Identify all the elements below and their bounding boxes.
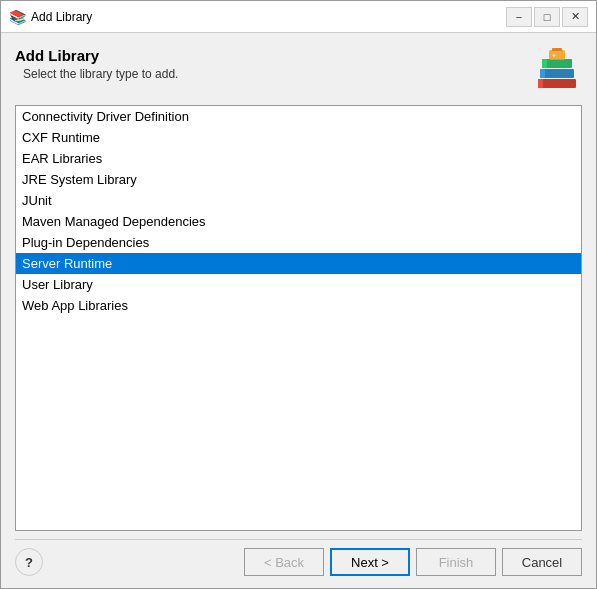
list-item[interactable]: JUnit [16,190,581,211]
back-button[interactable]: < Back [244,548,324,576]
list-item[interactable]: User Library [16,274,581,295]
page-title: Add Library [15,47,524,64]
add-library-window: 📚 Add Library − □ ✕ Add Library Select t… [0,0,597,589]
titlebar: 📚 Add Library − □ ✕ [1,1,596,33]
next-button[interactable]: Next > [330,548,410,576]
header-area: Add Library Select the library type to a… [15,47,582,95]
maximize-button[interactable]: □ [534,7,560,27]
svg-rect-7 [552,48,562,51]
list-item[interactable]: EAR Libraries [16,148,581,169]
header-text: Add Library Select the library type to a… [15,47,524,81]
page-subtitle: Select the library type to add. [15,67,524,81]
list-item[interactable]: JRE System Library [16,169,581,190]
cancel-button[interactable]: Cancel [502,548,582,576]
svg-rect-2 [540,69,574,78]
footer: ? < Back Next > Finish Cancel [15,539,582,580]
window-title: Add Library [31,10,506,24]
svg-text:✦: ✦ [551,52,557,59]
list-item[interactable]: Plug-in Dependencies [16,232,581,253]
minimize-button[interactable]: − [506,7,532,27]
list-item[interactable]: Server Runtime [16,253,581,274]
svg-rect-5 [542,59,547,68]
library-list[interactable]: Connectivity Driver DefinitionCXF Runtim… [15,105,582,531]
list-item[interactable]: Connectivity Driver Definition [16,106,581,127]
titlebar-buttons: − □ ✕ [506,7,588,27]
svg-rect-3 [540,69,545,78]
list-item[interactable]: Maven Managed Dependencies [16,211,581,232]
library-icon: ✦ [534,47,582,95]
list-item[interactable]: Web App Libraries [16,295,581,316]
content-area: Add Library Select the library type to a… [1,33,596,588]
close-button[interactable]: ✕ [562,7,588,27]
finish-button[interactable]: Finish [416,548,496,576]
help-button[interactable]: ? [15,548,43,576]
svg-rect-0 [538,79,576,88]
svg-rect-1 [538,79,543,88]
window-icon: 📚 [9,9,25,25]
list-item[interactable]: CXF Runtime [16,127,581,148]
books-svg-icon: ✦ [534,47,580,93]
